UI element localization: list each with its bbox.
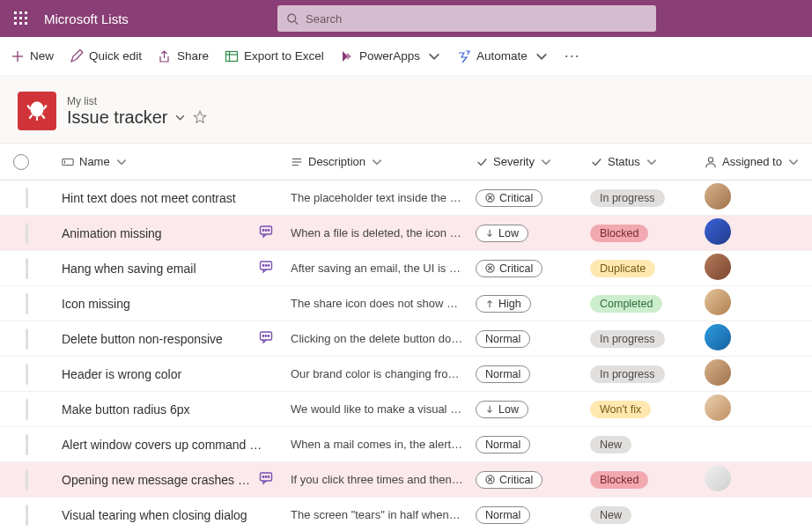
cell-status[interactable]: Completed bbox=[590, 295, 705, 313]
cell-status[interactable]: In progress bbox=[590, 330, 705, 348]
search-box[interactable] bbox=[277, 5, 656, 32]
more-commands-button[interactable]: ··· bbox=[565, 47, 580, 65]
avatar[interactable] bbox=[705, 218, 731, 245]
avatar[interactable] bbox=[705, 359, 731, 386]
status-badge: Duplicate bbox=[590, 260, 655, 277]
status-badge: Won't fix bbox=[590, 401, 651, 418]
search-input[interactable] bbox=[306, 12, 647, 26]
cell-severity[interactable]: Normal bbox=[476, 506, 590, 524]
drag-handle[interactable] bbox=[26, 505, 28, 526]
avatar[interactable] bbox=[705, 183, 731, 210]
list-title-dropdown[interactable] bbox=[174, 112, 186, 123]
automate-button[interactable]: Automate bbox=[457, 42, 549, 70]
cell-severity[interactable]: Critical bbox=[476, 471, 590, 489]
cell-name[interactable]: Icon missing bbox=[62, 297, 291, 311]
table-row[interactable]: Animation missingWhen a file is deleted,… bbox=[0, 216, 812, 251]
avatar[interactable] bbox=[705, 395, 731, 421]
new-button[interactable]: New bbox=[11, 42, 54, 70]
svg-rect-4 bbox=[19, 17, 22, 19]
cell-assigned-to[interactable] bbox=[705, 289, 801, 318]
select-all-checkbox[interactable] bbox=[13, 154, 29, 170]
cell-severity[interactable]: High bbox=[476, 295, 590, 313]
cell-status[interactable]: Won't fix bbox=[590, 401, 705, 418]
drag-handle[interactable] bbox=[26, 223, 28, 244]
cell-status[interactable]: In progress bbox=[590, 365, 705, 383]
avatar[interactable] bbox=[705, 289, 731, 315]
favorite-star-icon[interactable] bbox=[193, 110, 207, 124]
cell-status[interactable]: Blocked bbox=[590, 225, 705, 242]
drag-handle[interactable] bbox=[26, 293, 28, 314]
cell-assigned-to[interactable] bbox=[705, 254, 801, 283]
column-name[interactable]: Name bbox=[62, 155, 291, 168]
svg-rect-1 bbox=[19, 11, 22, 14]
table-row[interactable]: Alert window covers up command …When a m… bbox=[0, 427, 812, 462]
cell-status[interactable]: Duplicate bbox=[590, 260, 705, 277]
cell-name[interactable]: Opening new message crashes syst… bbox=[62, 471, 291, 488]
cell-status[interactable]: New bbox=[590, 436, 705, 454]
table-row[interactable]: Icon missingThe share icon does not show… bbox=[0, 286, 812, 321]
drag-handle[interactable] bbox=[26, 188, 28, 209]
avatar[interactable] bbox=[705, 465, 731, 491]
cell-name[interactable]: Visual tearing when closing dialog bbox=[62, 508, 291, 522]
table-row[interactable]: Visual tearing when closing dialogThe sc… bbox=[0, 498, 812, 531]
table-row[interactable]: Make button radius 6pxWe would like to m… bbox=[0, 392, 812, 427]
cell-status[interactable]: Blocked bbox=[590, 471, 705, 489]
cell-assigned-to[interactable] bbox=[705, 324, 801, 353]
drag-handle[interactable] bbox=[26, 258, 28, 279]
table-row[interactable]: Hang when saving emailAfter saving an em… bbox=[0, 251, 812, 286]
drag-handle[interactable] bbox=[26, 364, 28, 385]
cell-assigned-to[interactable] bbox=[705, 183, 801, 212]
cell-status[interactable]: New bbox=[590, 506, 705, 524]
avatar[interactable] bbox=[705, 324, 731, 350]
drag-handle[interactable] bbox=[26, 328, 28, 350]
cell-name[interactable]: Animation missing bbox=[62, 225, 291, 241]
cell-severity[interactable]: Low bbox=[476, 401, 590, 418]
cell-severity[interactable]: Normal bbox=[476, 436, 590, 454]
quick-edit-button[interactable]: Quick edit bbox=[70, 42, 142, 70]
cell-assigned-to[interactable] bbox=[705, 218, 801, 247]
powerapps-button[interactable]: PowerApps bbox=[340, 42, 441, 70]
share-button[interactable]: Share bbox=[158, 42, 209, 70]
breadcrumb[interactable]: My list bbox=[67, 95, 207, 107]
command-bar: New Quick edit Share Export to Excel Pow… bbox=[0, 37, 812, 76]
column-assigned-to[interactable]: Assigned to bbox=[705, 155, 801, 168]
cell-name[interactable]: Alert window covers up command … bbox=[62, 438, 291, 452]
cell-name[interactable]: Hint text does not meet contrast bbox=[62, 191, 291, 205]
cell-severity[interactable]: Low bbox=[476, 225, 590, 242]
table-row[interactable]: Hint text does not meet contrastThe plac… bbox=[0, 181, 812, 216]
comment-icon[interactable] bbox=[259, 330, 273, 347]
comment-icon[interactable] bbox=[259, 225, 273, 241]
table-row[interactable]: Opening new message crashes syst…If you … bbox=[0, 462, 812, 498]
export-button[interactable]: Export to Excel bbox=[225, 42, 324, 70]
app-launcher-icon[interactable] bbox=[7, 4, 35, 33]
drag-handle[interactable] bbox=[26, 399, 28, 420]
status-badge: In progress bbox=[590, 330, 665, 348]
table-row[interactable]: Header is wrong colorOur brand color is … bbox=[0, 357, 812, 392]
svg-point-53 bbox=[268, 476, 269, 477]
cell-name[interactable]: Delete button non-responsive bbox=[62, 330, 291, 347]
cell-severity[interactable]: Critical bbox=[476, 260, 590, 277]
column-status[interactable]: Status bbox=[590, 155, 705, 168]
cell-name[interactable]: Make button radius 6px bbox=[62, 402, 291, 417]
quick-edit-label: Quick edit bbox=[89, 49, 142, 63]
column-description[interactable]: Description bbox=[291, 155, 476, 168]
table-row[interactable]: Delete button non-responsiveClicking on … bbox=[0, 321, 812, 357]
share-label: Share bbox=[177, 49, 209, 63]
cell-assigned-to[interactable] bbox=[705, 395, 801, 424]
cell-severity[interactable]: Critical bbox=[476, 189, 590, 207]
cell-severity[interactable]: Normal bbox=[476, 365, 590, 383]
comment-icon[interactable] bbox=[259, 260, 273, 277]
cell-severity[interactable]: Normal bbox=[476, 330, 590, 348]
column-severity[interactable]: Severity bbox=[476, 155, 590, 168]
cell-name[interactable]: Header is wrong color bbox=[62, 367, 291, 381]
comment-icon[interactable] bbox=[259, 471, 273, 488]
avatar[interactable] bbox=[705, 254, 731, 280]
cell-status[interactable]: In progress bbox=[590, 189, 705, 207]
svg-line-20 bbox=[29, 114, 32, 118]
drag-handle[interactable] bbox=[26, 469, 28, 490]
cell-name[interactable]: Hang when saving email bbox=[62, 260, 291, 277]
drag-handle[interactable] bbox=[26, 434, 28, 455]
cell-assigned-to[interactable] bbox=[705, 465, 801, 494]
cell-assigned-to[interactable] bbox=[705, 359, 801, 388]
svg-point-51 bbox=[262, 476, 263, 477]
